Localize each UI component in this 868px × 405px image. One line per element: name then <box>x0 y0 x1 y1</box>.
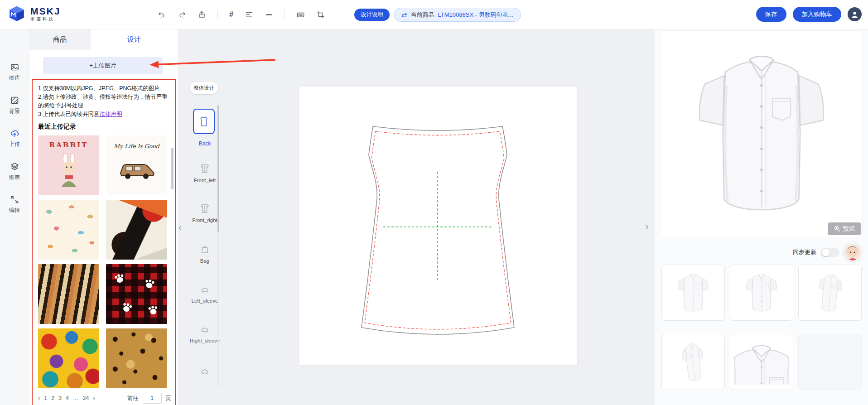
brand-subname: 米塞科技 <box>30 16 60 22</box>
toolbar-divider <box>285 10 285 19</box>
part-partial[interactable] <box>188 365 221 376</box>
car-figure <box>116 159 158 182</box>
design-note-button[interactable]: 设计说明 <box>354 9 390 21</box>
brand-logo: MSKJ 米塞科技 <box>7 5 60 24</box>
view-thumb-front-1[interactable] <box>661 265 725 321</box>
brand-name: MSKJ <box>30 6 60 16</box>
sidebar-item-edit[interactable]: 编辑 <box>0 195 29 214</box>
upload-thumb-abstract-bird[interactable] <box>106 200 167 260</box>
layers-icon <box>10 162 19 171</box>
upload-thumb-tiger-stripes[interactable] <box>38 264 99 324</box>
add-to-cart-button[interactable]: 加入购物车 <box>793 7 842 22</box>
align-list-icon[interactable] <box>245 10 253 19</box>
overall-design-button[interactable]: 整体设计 <box>190 82 218 94</box>
shirt-front-right-icon <box>199 203 210 214</box>
page-4-button[interactable]: 4 <box>66 395 69 401</box>
parts-scrollbar-track[interactable] <box>217 105 219 387</box>
recent-uploads-title: 最近上传记录 <box>38 123 170 131</box>
part-right-sleeve[interactable]: Right_sleeve <box>188 323 221 343</box>
sidebar-label: 图库 <box>9 74 20 82</box>
part-left-sleeve[interactable]: Left_sleeve <box>188 284 221 304</box>
3d-shirt-render <box>689 36 834 231</box>
tab-product[interactable]: 商品 <box>29 29 91 50</box>
prev-page-button[interactable]: ‹ <box>38 395 40 401</box>
current-product-pill[interactable]: ⇄ 当前商品 LTM10086SX - 男数码印花... <box>394 8 521 22</box>
preview-zoom-label: 预览 <box>843 225 855 233</box>
sidebar-item-gallery[interactable]: 图库 <box>0 63 29 82</box>
undo-icon[interactable] <box>158 10 166 19</box>
design-canvas[interactable] <box>299 87 577 365</box>
part-front-right[interactable]: Front_right <box>188 203 221 223</box>
dash-icon[interactable] <box>265 10 273 19</box>
person-icon <box>850 10 859 19</box>
design-app: MSKJ 米塞科技 # <box>0 0 868 405</box>
avatar-face <box>844 244 861 260</box>
view-thumb-side-right[interactable] <box>798 265 862 321</box>
goto-page-input[interactable] <box>143 393 162 404</box>
bag-icon <box>199 244 210 255</box>
view-thumb-front-2[interactable] <box>730 265 793 321</box>
3d-preview-card: 预览 <box>660 30 863 237</box>
page-1-button[interactable]: 1 <box>44 395 47 401</box>
sidebar-item-upload[interactable]: 上传 <box>0 129 29 148</box>
part-back-selected[interactable] <box>193 109 215 134</box>
part-label: Bag <box>200 258 209 264</box>
part-front-left[interactable]: Front_left <box>188 163 221 183</box>
upload-thumb-comic-collage[interactable] <box>38 328 99 388</box>
sidebar-item-background[interactable]: 背景 <box>0 96 29 115</box>
model-avatar[interactable] <box>844 243 862 261</box>
upload-thumb-rabbit[interactable]: RABBIT <box>38 135 99 195</box>
rabbit-figure <box>51 153 87 192</box>
back-pattern-drawing <box>299 87 577 365</box>
background-icon <box>10 96 19 105</box>
upload-note-3-text: 3.上传代表已阅读并同意 <box>38 111 99 117</box>
crop-icon[interactable] <box>316 10 325 19</box>
shirt-back-icon <box>198 116 210 127</box>
view-thumb-collar-closeup[interactable] <box>730 334 793 390</box>
parts-scrollbar-thumb[interactable] <box>217 105 219 232</box>
sidebar-label: 图层 <box>9 174 20 181</box>
page-3-button[interactable]: 3 <box>58 395 62 401</box>
upload-image-button[interactable]: +上传图片 <box>43 57 163 74</box>
sidebar-label: 上传 <box>9 140 20 148</box>
life-is-good-caption: My Life Is Good <box>106 143 167 149</box>
user-avatar[interactable] <box>848 7 862 21</box>
preview-expand-handle[interactable]: › <box>645 220 649 233</box>
redo-icon[interactable] <box>178 10 186 19</box>
sidebar-item-layers[interactable]: 图层 <box>0 162 29 181</box>
part-back-label[interactable]: Back <box>188 140 221 147</box>
panel-collapse-handle[interactable]: ‹ <box>178 222 182 232</box>
view-thumb-empty-slot <box>798 334 862 390</box>
part-icon-partial <box>199 365 210 376</box>
right-sleeve-icon <box>199 323 210 334</box>
view-thumb-side-left[interactable] <box>661 334 725 390</box>
upload-thumb-dinosaur-pattern[interactable] <box>38 200 99 260</box>
left-sleeve-icon <box>199 284 210 294</box>
tab-design[interactable]: 设计 <box>91 29 178 50</box>
expand-arrows-icon <box>10 195 19 204</box>
left-rail: 图库 背景 上传 图层 编辑 <box>0 29 29 405</box>
upload-thumb-life-is-good[interactable]: My Life Is Good <box>106 135 167 195</box>
upload-thumb-paw-plaid[interactable] <box>106 264 167 324</box>
export-icon[interactable] <box>198 10 206 19</box>
page-24-button[interactable]: 24 <box>82 395 89 401</box>
shirt-front-left-icon <box>199 163 210 174</box>
grid-scrollbar[interactable] <box>171 148 174 189</box>
upload-thumb-leopard-print[interactable] <box>106 328 167 388</box>
recent-uploads-grid: RABBIT My Life Is Good <box>38 135 170 388</box>
part-bag[interactable]: Bag <box>188 244 221 264</box>
part-label: Left_sleeve <box>192 298 218 304</box>
design-panel: 商品 设计 +上传图片 1.仅支持30M以内JPG、JPEG、PNG格式的图片 … <box>29 29 178 405</box>
keyboard-icon[interactable] <box>296 10 305 19</box>
legal-statement-link[interactable]: 法律声明 <box>99 111 122 117</box>
sync-toggle[interactable] <box>821 248 839 257</box>
page-2-button[interactable]: 2 <box>51 395 54 401</box>
save-button[interactable]: 保存 <box>756 7 786 22</box>
toolbar-divider <box>217 10 218 19</box>
grid-hash-icon[interactable]: # <box>229 10 233 19</box>
preview-zoom-button[interactable]: 预览 <box>828 222 861 235</box>
next-page-button[interactable]: › <box>93 395 95 401</box>
paw-prints <box>106 264 167 324</box>
preview-column: 预览 同步更新 <box>655 29 868 405</box>
upload-note-2: 2.请勿上传涉政、涉黄、侵权等违法行为，情节严重的将给予封号处理 <box>38 93 170 110</box>
